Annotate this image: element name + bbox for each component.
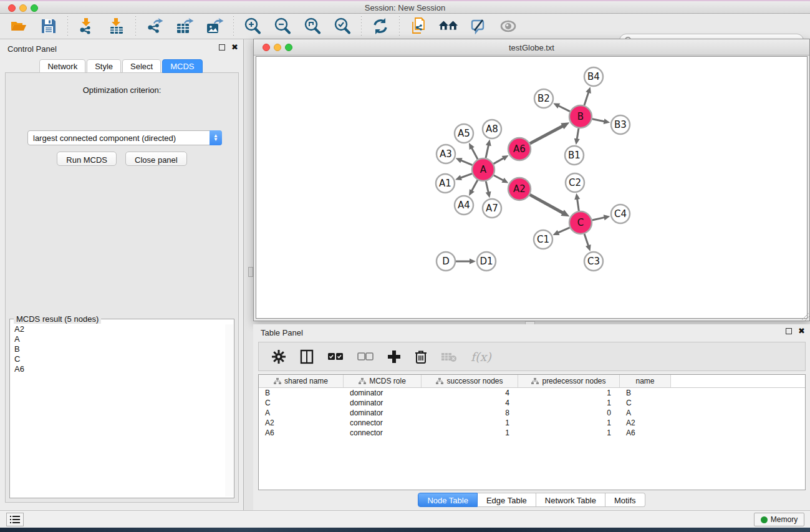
graph-edge[interactable] [486,144,489,158]
list-item[interactable]: A6 [11,364,225,374]
cell-shared-name[interactable]: A [259,408,344,418]
cell-name[interactable]: C [620,398,671,408]
tab-node-table[interactable]: Node Table [418,493,478,507]
function-builder-button[interactable]: f(x) [471,350,491,364]
destroy-table-button[interactable] [441,351,457,362]
float-panel-icon[interactable] [786,328,792,334]
graph-edge[interactable] [471,147,478,159]
show-columns-button[interactable] [300,349,314,364]
tab-network[interactable]: Network [39,59,85,73]
cell-predecessor-nodes[interactable]: 1 [518,398,620,408]
float-panel-icon[interactable] [219,44,225,51]
copy-network-button[interactable] [408,16,428,36]
zoom-out-button[interactable] [272,16,292,36]
table-row[interactable]: A6 connector 1 1 A6 [259,428,805,438]
column-header-successor-nodes[interactable]: successor nodes [422,375,518,387]
task-history-button[interactable] [6,513,24,526]
cell-predecessor-nodes[interactable]: 0 [518,408,620,418]
cell-predecessor-nodes[interactable]: 1 [518,418,620,428]
graph-edge[interactable] [557,228,570,233]
cell-successor-nodes[interactable]: 8 [422,408,518,418]
export-image-button[interactable] [205,16,224,36]
cell-mcds-role[interactable]: connector [344,428,422,438]
graph-edge[interactable] [592,217,605,220]
cell-successor-nodes[interactable]: 1 [422,418,518,428]
tab-mcds[interactable]: MCDS [162,59,202,73]
list-item[interactable]: A2 [11,324,225,334]
column-header-name[interactable]: name [620,375,671,387]
cell-shared-name[interactable]: A2 [259,418,344,428]
run-mcds-button[interactable]: Run MCDS [57,152,117,166]
cell-mcds-role[interactable]: dominator [344,408,422,418]
houses-button[interactable] [438,16,458,36]
network-canvas[interactable]: B4B2BB3A8A5A6A3B1AA1C2A2A4A7C4CC1C3DD1 [256,56,808,319]
cell-shared-name[interactable]: A6 [259,428,344,438]
graph-edge[interactable] [592,119,605,122]
tab-select[interactable]: Select [122,59,161,73]
mcds-result-list[interactable]: A2 A B C A6 [11,324,226,496]
table-settings-button[interactable] [271,349,286,364]
add-column-button[interactable] [387,350,401,364]
export-network-button[interactable] [145,16,165,36]
graph-edge[interactable] [530,195,564,213]
graph-edge[interactable] [460,173,473,178]
graph-edge[interactable] [557,105,570,112]
save-session-button[interactable] [39,16,59,36]
cell-mcds-role[interactable]: dominator [344,398,422,408]
hide-labels-button[interactable] [468,16,488,36]
zoom-fit-button[interactable] [302,16,322,36]
graph-edge[interactable] [577,198,579,211]
tab-network-table[interactable]: Network Table [536,493,605,507]
close-panel-icon[interactable]: ✖ [798,328,805,334]
graph-edge[interactable] [471,180,478,191]
table-row[interactable]: B dominator 4 1 B [259,388,805,398]
cell-successor-nodes[interactable]: 4 [422,388,518,398]
close-panel-icon[interactable]: ✖ [231,44,238,51]
cell-name[interactable]: A [620,408,671,418]
import-network-button[interactable] [77,16,97,36]
zoom-in-button[interactable] [243,16,263,36]
cell-successor-nodes[interactable]: 4 [422,398,518,408]
result-scrollbar[interactable] [225,324,233,496]
list-item[interactable]: A [11,334,225,344]
deselect-all-button[interactable] [357,352,374,361]
eye-button[interactable] [498,16,518,36]
vertical-splitter-grip[interactable] [248,267,253,277]
select-all-button[interactable] [327,352,344,361]
delete-column-button[interactable] [415,349,427,364]
list-item[interactable]: C [11,354,225,364]
cell-predecessor-nodes[interactable]: 1 [518,388,620,398]
cell-mcds-role[interactable]: connector [344,418,422,428]
close-panel-button[interactable]: Close panel [125,152,187,166]
graph-edge[interactable] [494,175,504,181]
column-header-mcds-role[interactable]: MCDS role [344,375,422,387]
cell-shared-name[interactable]: C [259,398,344,408]
optimization-criterion-dropdown[interactable]: largest connected component (directed) ▲… [27,130,222,145]
export-table-button[interactable] [175,16,195,36]
network-window-titlebar[interactable]: testGlobe.txt [254,39,809,56]
cell-name[interactable]: B [620,388,671,398]
network-graph[interactable]: B4B2BB3A8A5A6A3B1AA1C2A2A4A7C4CC1C3DD1 [256,57,808,320]
open-file-button[interactable] [9,16,29,36]
graph-edge[interactable] [530,126,564,144]
cell-shared-name[interactable]: B [259,388,344,398]
tab-motifs[interactable]: Motifs [605,493,645,507]
graph-edge[interactable] [577,128,579,140]
graph-edge[interactable] [494,158,504,164]
column-header-shared-name[interactable]: shared name [259,375,344,387]
resize-handle[interactable] [802,313,809,321]
import-table-button[interactable] [107,16,127,36]
graph-edge[interactable] [460,160,472,165]
column-header-predecessor-nodes[interactable]: predecessor nodes [518,375,620,387]
cell-name[interactable]: A2 [620,418,671,428]
cell-mcds-role[interactable]: dominator [344,388,422,398]
table-row[interactable]: A dominator 8 0 A [259,408,805,418]
cell-successor-nodes[interactable]: 1 [422,428,518,438]
tab-edge-table[interactable]: Edge Table [478,493,536,507]
list-item[interactable]: B [11,344,225,354]
cell-predecessor-nodes[interactable]: 1 [518,428,620,438]
tab-style[interactable]: Style [87,59,121,73]
table-row[interactable]: A2 connector 1 1 A2 [259,418,805,428]
cell-name[interactable]: A6 [620,428,671,438]
table-row[interactable]: C dominator 4 1 C [259,398,805,408]
